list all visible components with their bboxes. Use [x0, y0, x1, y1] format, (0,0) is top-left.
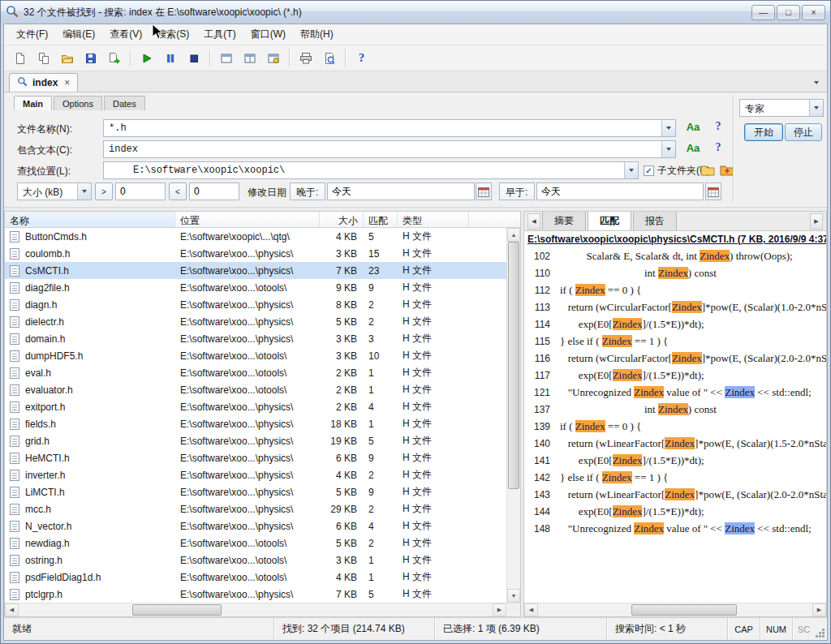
- column-matches[interactable]: 匹配: [364, 212, 398, 227]
- file-row[interactable]: eval.h E:\software\xoo...\otools\ 2 KB 1…: [5, 364, 506, 381]
- file-row[interactable]: CsMCTI.h E:\software\xoo...\physics\ 7 K…: [5, 262, 506, 279]
- preview-horizontal-scrollbar[interactable]: ◀ ▶: [524, 603, 826, 616]
- tab-close-icon[interactable]: ×: [62, 77, 70, 88]
- scroll-down-icon[interactable]: ▼: [507, 589, 520, 603]
- size-dropdown-icon[interactable]: [77, 183, 91, 200]
- new-button[interactable]: [9, 48, 31, 69]
- resize-grip[interactable]: [815, 618, 827, 640]
- menu-tools[interactable]: 工具(T): [196, 24, 243, 45]
- tabs-scroll-left-button[interactable]: ◀: [527, 213, 540, 230]
- file-row[interactable]: fields.h E:\software\xoo...\physics\ 18 …: [5, 415, 506, 432]
- containing-text-help-button[interactable]: ?: [712, 141, 725, 157]
- file-row[interactable]: diag2file.h E:\software\xoo...\otools\ 9…: [5, 279, 506, 296]
- start-search-button[interactable]: [136, 48, 157, 69]
- preview-tab-report[interactable]: 报告: [633, 211, 677, 230]
- file-row[interactable]: N_vector.h E:\software\xoo...\physics\ 6…: [5, 517, 506, 535]
- look-in-dropdown-icon[interactable]: [624, 162, 638, 178]
- form-tab-dates[interactable]: Dates: [104, 96, 145, 110]
- match-line[interactable]: 139 if ( Zindex == 0 ) {: [524, 418, 826, 435]
- file-name-help-button[interactable]: ?: [712, 120, 725, 136]
- match-line[interactable]: 121 "Unrecognized Zindex value of " << Z…: [524, 384, 826, 401]
- match-line[interactable]: 113 return (wCircularFactor[Zindex]*pow(…: [524, 298, 826, 316]
- column-size[interactable]: 大小: [320, 212, 364, 227]
- match-line[interactable]: 144 exp(E0[Zindex]/(1.5*E))*dt);: [524, 503, 826, 520]
- view-file-list-button[interactable]: [215, 48, 237, 69]
- pause-search-button[interactable]: [159, 48, 181, 69]
- file-list-vertical-scrollbar[interactable]: ▲ ▼: [506, 228, 520, 603]
- match-line[interactable]: 114 exp(E0[Zindex]/(1.5*E))*dt);: [524, 316, 826, 333]
- search-mode-dropdown-icon[interactable]: [809, 100, 823, 116]
- scroll-up-icon[interactable]: ▲: [507, 228, 520, 242]
- file-row[interactable]: psdFieldDiag1d.h E:\software\xoo...\otoo…: [5, 569, 506, 586]
- match-line[interactable]: 143 return (wLinearFactor[Zindex]*pow(E,…: [524, 486, 826, 503]
- file-row[interactable]: HeMCTI.h E:\software\xoo...\physics\ 6 K…: [5, 449, 506, 466]
- file-row[interactable]: exitport.h E:\software\xoo...\physics\ 2…: [5, 398, 506, 415]
- tabs-scroll-right-button[interactable]: ▶: [810, 213, 823, 230]
- column-location[interactable]: 位置: [175, 212, 320, 227]
- minimize-button[interactable]: —: [751, 5, 775, 20]
- menu-search[interactable]: 搜索(S): [149, 24, 196, 45]
- size-less-input[interactable]: [189, 182, 239, 200]
- match-line[interactable]: 140 return (wLinearFactor[Zindex]*pow(E,…: [524, 435, 826, 452]
- form-tab-options[interactable]: Options: [54, 96, 102, 110]
- match-line[interactable]: 112 if ( Zindex == 0 ) {: [524, 281, 826, 298]
- modified-before-dropdown[interactable]: 早于:: [499, 182, 535, 200]
- file-row[interactable]: evaluator.h E:\software\xoo...\otools\ 2…: [5, 381, 506, 398]
- file-row[interactable]: coulomb.h E:\software\xoo...\physics\ 3 …: [5, 245, 506, 262]
- help-button[interactable]: ?: [351, 48, 372, 69]
- menu-view[interactable]: 查看(V): [102, 24, 149, 45]
- view-report-button[interactable]: [262, 48, 284, 69]
- size-greater-button[interactable]: >: [95, 182, 113, 200]
- file-row[interactable]: ptclgrp.h E:\software\xoo...\physics\ 7 …: [5, 586, 506, 603]
- scroll-left-icon[interactable]: ◀: [524, 603, 538, 616]
- match-line[interactable]: 117 exp(E0[Zindex]/(1.5*E))*dt);: [524, 367, 826, 384]
- file-name-dropdown-icon[interactable]: [661, 120, 675, 136]
- file-row[interactable]: grid.h E:\software\xoo...\physics\ 19 KB…: [5, 432, 506, 449]
- match-line[interactable]: 102 Scalar& E, Scalar& dt, int Zindex) t…: [524, 247, 826, 264]
- file-row[interactable]: newdiag.h E:\software\xoo...\otools\ 5 K…: [5, 535, 506, 552]
- scrollbar-thumb[interactable]: [132, 604, 222, 616]
- match-line[interactable]: 142 } else if ( Zindex == 1 ) {: [524, 469, 826, 486]
- search-mode-combo[interactable]: 专家: [739, 99, 824, 117]
- menu-window[interactable]: 窗口(W): [243, 24, 293, 45]
- scroll-left-icon[interactable]: ◀: [5, 603, 19, 616]
- scrollbar-track[interactable]: [19, 603, 493, 616]
- copy-button[interactable]: [32, 48, 54, 69]
- save-button[interactable]: [80, 48, 101, 69]
- browse-folder-button[interactable]: [699, 161, 716, 178]
- menu-help[interactable]: 帮助(H): [293, 24, 341, 45]
- scrollbar-track[interactable]: [538, 603, 812, 616]
- file-row[interactable]: ostring.h E:\software\xoo...\otools\ 3 K…: [5, 552, 506, 569]
- menu-file[interactable]: 文件(F): [9, 24, 55, 45]
- file-name-case-button[interactable]: Aa: [682, 121, 704, 137]
- start-button[interactable]: 开始: [744, 123, 783, 141]
- match-line[interactable]: 141 exp(E0[Zindex]/(1.5*E))*dt);: [524, 452, 826, 469]
- scrollbar-thumb[interactable]: [508, 242, 519, 489]
- stop-search-button[interactable]: [183, 48, 205, 69]
- file-row[interactable]: inverter.h E:\software\xoo...\physics\ 4…: [5, 466, 506, 483]
- scrollbar-thumb[interactable]: [631, 604, 737, 616]
- stop-button[interactable]: 停止: [785, 123, 822, 141]
- match-line[interactable]: 137 int Zindex) const: [524, 401, 826, 418]
- file-list-horizontal-scrollbar[interactable]: ◀ ▶: [5, 603, 506, 616]
- file-row[interactable]: diagn.h E:\software\xoo...\physics\ 8 KB…: [5, 296, 506, 313]
- look-in-combo[interactable]: E:\software\xoopic\xoopic\: [103, 161, 639, 179]
- modified-before-input[interactable]: [536, 182, 704, 200]
- containing-text-combo[interactable]: index: [103, 140, 676, 158]
- scroll-right-icon[interactable]: ▶: [812, 603, 826, 616]
- size-greater-input[interactable]: [115, 182, 166, 200]
- match-line[interactable]: 148 "Unrecognized Zindex value of " << Z…: [524, 520, 826, 537]
- search-tab-index[interactable]: index ×: [9, 73, 78, 92]
- match-line[interactable]: 115 } else if ( Zindex == 1 ) {: [524, 333, 826, 350]
- match-line[interactable]: 110 int Zindex) const: [524, 264, 826, 281]
- size-less-button[interactable]: <: [169, 182, 187, 200]
- open-button[interactable]: [56, 48, 78, 69]
- file-row[interactable]: dielectr.h E:\software\xoo...\physics\ 5…: [5, 313, 506, 330]
- file-row[interactable]: dumpHDF5.h E:\software\xoo...\otools\ 3 …: [5, 347, 506, 364]
- file-row[interactable]: ButtonCmds.h E:\software\xoopic\...\qtg\…: [5, 228, 506, 245]
- preview-tab-matches[interactable]: 匹配: [588, 211, 631, 230]
- modified-after-input[interactable]: [327, 182, 475, 200]
- preview-tab-summary[interactable]: 摘要: [542, 211, 586, 230]
- print-preview-button[interactable]: [318, 48, 340, 69]
- tab-list-dropdown[interactable]: [814, 78, 819, 89]
